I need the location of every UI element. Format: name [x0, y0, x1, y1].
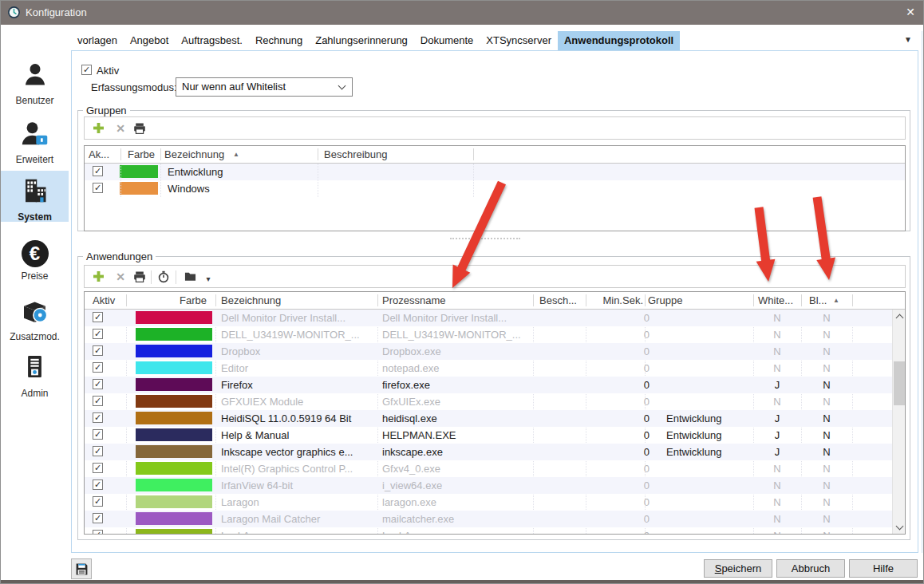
anwendungen-row[interactable]: Editornotepad.exe0NN — [85, 360, 892, 377]
anwendungen-row[interactable]: IrfanView 64-biti_view64.exe0NN — [85, 477, 892, 494]
timer-button[interactable] — [156, 270, 171, 285]
color-swatch — [120, 182, 158, 195]
row-checkbox[interactable] — [93, 312, 103, 322]
sidebar-item-label: Zusatzmod. — [1, 331, 69, 342]
anwendungen-row[interactable]: DropboxDropbox.exe0NN — [85, 343, 892, 360]
sidebar-item-zusatzmod[interactable]: Zusatzmod. — [1, 296, 69, 342]
sidebar-item-label: System — [1, 211, 69, 223]
row-checkbox[interactable] — [93, 496, 103, 507]
cell-bezeichnung: Entwicklung — [168, 164, 315, 180]
row-checkbox[interactable] — [93, 463, 103, 473]
column-header-farbe[interactable]: Farbe — [128, 148, 155, 160]
tab-angebot[interactable]: Angebot — [124, 31, 175, 50]
column-header-whitelist[interactable]: White... — [758, 294, 793, 306]
cell-prozessname: mailcatcher.exe — [382, 511, 531, 527]
cell-whitelist: J — [753, 444, 801, 460]
delete-button[interactable]: ✕ — [113, 122, 128, 136]
anwendungen-row[interactable]: DELL_U3419W-MONITOR_...DELL_U3419W-MONIT… — [85, 326, 892, 343]
column-header-bezeichnung[interactable]: Bezeichnung — [221, 294, 281, 306]
building-icon — [1, 176, 69, 208]
tab-anwendungsprotokoll[interactable]: Anwendungsprotokoll — [558, 31, 680, 50]
cell-whitelist: N — [753, 310, 801, 326]
scrollbar-thumb[interactable] — [894, 361, 906, 405]
anwendungen-row[interactable]: LockApp.exeLockApp.exe0NN — [85, 527, 892, 535]
row-checkbox[interactable] — [93, 412, 103, 423]
color-swatch — [136, 311, 212, 324]
anwendungen-row[interactable]: Firefoxfirefox.exe0JN — [85, 377, 892, 393]
sidebar-item-system[interactable]: System — [1, 171, 69, 222]
hilfe-button[interactable]: Hilfe — [849, 559, 918, 578]
close-icon[interactable]: ✕ — [906, 6, 915, 18]
column-header-farbe[interactable]: Farbe — [180, 294, 207, 306]
row-checkbox[interactable] — [93, 429, 103, 440]
tab-zahlungserinnerung[interactable]: Zahlungserinnerung — [309, 31, 414, 50]
titlebar: Konfiguration ✕ — [1, 1, 924, 25]
cell-min-sek: 0 — [586, 477, 650, 494]
cell-blacklist: N — [801, 343, 852, 360]
speichern-button[interactable]: Speichern — [704, 559, 772, 578]
anwendungen-row[interactable]: HeidiSQL 11.0.0.5919 64 Bitheidisql.exe0… — [85, 410, 892, 427]
column-separator — [586, 294, 586, 306]
row-checkbox[interactable] — [93, 329, 103, 339]
tab-overflow-icon[interactable]: ▼ — [904, 35, 912, 44]
delete-button[interactable]: ✕ — [113, 270, 128, 285]
tab-vorlagen[interactable]: vorlagen — [71, 31, 124, 50]
tab-rechnung[interactable]: Rechnung — [249, 31, 309, 50]
print-button[interactable] — [132, 122, 147, 136]
row-checkbox[interactable] — [93, 446, 103, 456]
aktiv-checkbox[interactable] — [81, 65, 92, 75]
folder-dropdown-icon[interactable]: ▾ — [201, 270, 215, 285]
row-checkbox[interactable] — [93, 345, 103, 356]
row-checkbox[interactable] — [93, 166, 103, 176]
row-checkbox[interactable] — [93, 183, 103, 193]
gruppen-row[interactable]: Windows — [85, 180, 905, 197]
row-checkbox[interactable] — [93, 530, 103, 535]
tab-auftragsbest-[interactable]: Auftragsbest. — [175, 31, 249, 50]
row-checkbox[interactable] — [93, 379, 103, 389]
sidebar-item-admin[interactable]: Admin — [1, 352, 69, 399]
folder-button[interactable] — [183, 270, 197, 285]
cell-whitelist: J — [753, 377, 801, 393]
sidebar-item-preise[interactable]: € Preise — [1, 240, 69, 282]
anwendungen-row[interactable]: Help & ManualHELPMAN.EXE0EntwicklungJN — [85, 427, 892, 444]
save-tool-button[interactable] — [71, 558, 92, 579]
cell-blacklist: N — [801, 393, 852, 410]
print-button[interactable] — [132, 270, 147, 285]
tab-list: vorlagenAngebotAuftragsbest.RechnungZahl… — [71, 31, 918, 50]
gruppen-row[interactable]: Entwicklung — [85, 164, 905, 180]
add-button[interactable] — [91, 122, 105, 136]
column-header-beschreibung[interactable]: Beschreibung — [324, 148, 388, 160]
app-clock-icon — [7, 6, 21, 19]
vertical-scrollbar[interactable] — [892, 310, 906, 534]
cell-min-sek: 0 — [586, 410, 650, 427]
scroll-down-icon[interactable] — [893, 521, 906, 534]
column-header-minsek[interactable]: Min.Sek. — [571, 294, 643, 306]
abbruch-button[interactable]: Abbruch — [776, 559, 845, 578]
anwendungen-row[interactable]: Laragon Mail Catchermailcatcher.exe0NN — [85, 511, 892, 527]
sidebar-item-benutzer[interactable]: Benutzer — [1, 60, 69, 106]
anwendungen-row[interactable]: Inkscape vector graphics e...inkscape.ex… — [85, 444, 892, 460]
column-header-gruppe[interactable]: Gruppe — [648, 294, 682, 306]
cell-prozessname: LockApp.exe — [382, 527, 531, 535]
row-checkbox[interactable] — [93, 479, 103, 490]
column-header-blacklist[interactable]: Bl... — [809, 294, 827, 306]
anwendungen-row[interactable]: Laragonlaragon.exe0NN — [85, 494, 892, 511]
add-button[interactable] — [91, 270, 105, 285]
column-header-bezeichnung[interactable]: Bezeichnung — [164, 148, 224, 160]
anwendungen-row[interactable]: GFXUIEX ModuleGfxUIEx.exe0NN — [85, 393, 892, 410]
row-checkbox[interactable] — [93, 513, 103, 523]
column-header-prozessname[interactable]: Prozessname — [382, 294, 445, 306]
anwendungen-row[interactable]: Dell Monitor Driver Install...Dell Monit… — [85, 310, 892, 326]
column-header-aktiv[interactable]: Aktiv — [93, 294, 115, 306]
tab-xtsyncserver[interactable]: XTSyncserver — [480, 31, 558, 50]
row-checkbox[interactable] — [93, 396, 103, 406]
color-swatch — [136, 462, 212, 475]
scroll-up-icon[interactable] — [893, 310, 906, 322]
sidebar-item-erweitert[interactable]: Erweitert — [1, 119, 69, 165]
splitter-handle[interactable] — [450, 238, 520, 239]
row-checkbox[interactable] — [93, 362, 103, 373]
column-header-aktiv[interactable]: Ak... — [89, 148, 109, 160]
anwendungen-row[interactable]: Intel(R) Graphics Control P...Gfxv4_0.ex… — [85, 460, 892, 477]
erfassungsmodus-select[interactable]: Nur wenn auf Whitelist — [176, 77, 353, 97]
tab-dokumente[interactable]: Dokumente — [414, 31, 480, 50]
